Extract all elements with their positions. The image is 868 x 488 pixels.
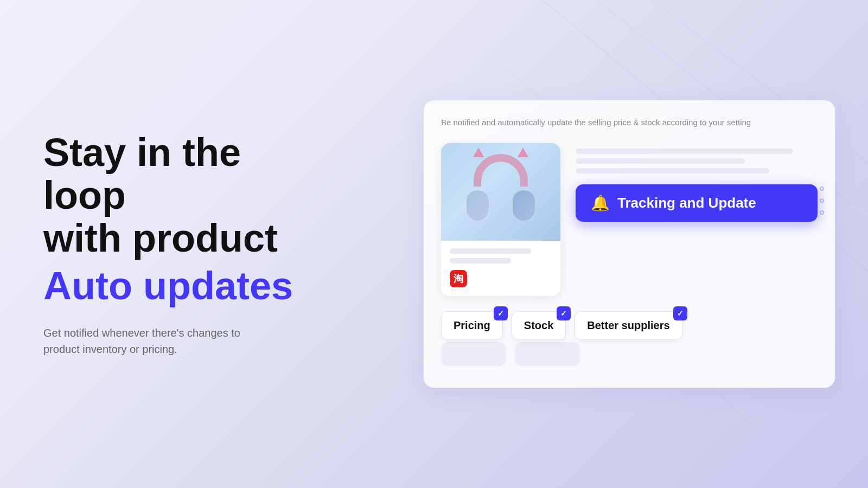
product-info: 淘 <box>441 241 560 296</box>
right-mockup: Be notified and automatically update the… <box>423 100 835 388</box>
taobao-logo: 淘 <box>450 270 467 287</box>
cat-ear-right-icon <box>518 147 528 157</box>
card-inner-row: 淘 🔔 Tracking and Update <box>441 143 818 296</box>
headphone-right-cup <box>512 189 536 222</box>
tag-better-suppliers-checkbox: ✓ <box>673 306 687 320</box>
tag-stock-label: Stock <box>524 319 553 332</box>
bottom-placeholder-1 <box>441 342 506 366</box>
cat-ear-left-icon <box>473 147 484 157</box>
deco-dot-1 <box>820 187 824 191</box>
headphone-illustration <box>465 154 536 230</box>
product-title-placeholder-1 <box>450 248 531 254</box>
product-card: 淘 <box>441 143 560 296</box>
headphone-left-cup <box>465 189 490 222</box>
headline-line2: with product <box>43 216 278 260</box>
card-right-section: 🔔 Tracking and Update <box>576 143 818 222</box>
left-content: Stay in the loop with product Auto updat… <box>43 131 326 357</box>
info-lines <box>576 149 818 174</box>
product-title-placeholder-2 <box>450 258 511 264</box>
bottom-placeholder-row <box>441 342 818 366</box>
tag-better-suppliers[interactable]: Better suppliers ✓ <box>575 311 682 340</box>
tag-pricing-checkbox: ✓ <box>494 306 508 320</box>
checkmark-icon-2: ✓ <box>560 309 567 318</box>
product-image <box>441 143 560 241</box>
card-subtitle: Be notified and automatically update the… <box>441 117 818 128</box>
tag-stock-checkbox: ✓ <box>557 306 571 320</box>
checkmark-icon: ✓ <box>497 309 504 318</box>
deco-dot-3 <box>820 210 824 215</box>
headline-main: Stay in the loop with product <box>43 131 326 260</box>
headline-line1: Stay in the loop <box>43 131 241 217</box>
info-line-3 <box>576 168 769 174</box>
deco-dot-2 <box>820 198 824 203</box>
headline-accent: Auto updates <box>43 264 326 307</box>
info-line-1 <box>576 149 793 154</box>
headphone-band <box>474 154 528 187</box>
tag-stock[interactable]: Stock ✓ <box>512 311 566 340</box>
tag-better-suppliers-label: Better suppliers <box>587 319 669 332</box>
main-card: Be notified and automatically update the… <box>423 100 835 388</box>
tag-pricing-label: Pricing <box>454 319 490 332</box>
decorative-dots <box>820 187 824 215</box>
tag-pricing[interactable]: Pricing ✓ <box>441 311 503 340</box>
info-line-2 <box>576 158 745 164</box>
subtext: Get notified whenever there's changes to… <box>43 324 271 357</box>
checkmark-icon-3: ✓ <box>677 309 684 318</box>
bell-icon: 🔔 <box>591 194 610 212</box>
tracking-button-label: Tracking and Update <box>617 195 756 211</box>
tracking-button[interactable]: 🔔 Tracking and Update <box>576 184 818 222</box>
bottom-placeholder-2 <box>515 342 580 366</box>
tags-row: Pricing ✓ Stock ✓ Better suppliers ✓ <box>441 311 818 340</box>
